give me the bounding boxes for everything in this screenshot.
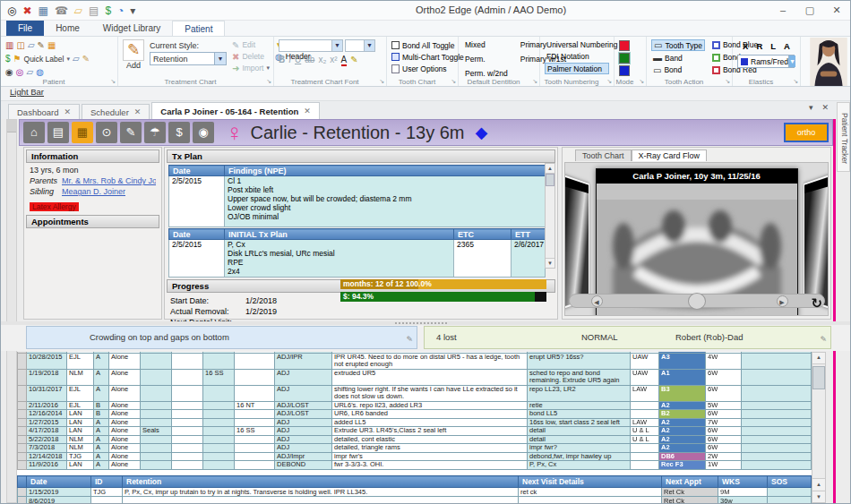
scroll-up-icon[interactable]: ▲ [546,164,554,174]
retention-cell-next_appt[interactable]: Ret Ck [662,497,718,504]
grid-cell-c5[interactable] [141,369,172,385]
grid-cell-date[interactable]: 4/17/2018 [27,427,67,436]
grid-cell-notes[interactable]: fwr 3-3/3-3. OHI. [332,461,528,470]
retention-cell-next_visit[interactable]: ret ck [519,488,662,497]
grid-cell-id[interactable]: LAN [67,427,94,436]
eye-icon[interactable]: ◉ [5,67,13,77]
home-icon[interactable]: ⌂ [23,122,45,143]
grid-cell-date[interactable]: 12/16/2014 [27,410,67,419]
grid-cell-code[interactable]: Rec F3 [659,461,706,470]
print-icon[interactable]: ▤ [89,5,99,16]
grid-cell-c4[interactable]: Alone [109,435,141,444]
grid-cell-aw[interactable] [631,410,659,419]
grid-cell-c8[interactable] [235,410,275,419]
numbering-palmer-notation[interactable]: Palmer Notation [545,63,609,74]
next-card-icon[interactable]: ▶ [777,295,788,307]
grid-cell-next[interactable]: P, Px, Cx [528,461,631,470]
elastics-letter-r[interactable]: R [756,41,762,51]
table-row[interactable]: 5/22/2018NLMAAloneADJdetailed, cont elas… [18,435,812,444]
grid-cell-c8[interactable] [235,461,275,470]
grid-cell-flag[interactable]: A [94,427,109,436]
grid-cell-next[interactable]: repo LL23, LR2 [528,385,631,401]
xray-tab-tooth-chart[interactable]: Tooth Chart [575,149,632,161]
edit-note-icon[interactable]: ✎ [406,329,413,350]
initial-date[interactable]: 2/5/2015 [169,240,225,278]
grid-cell-c5[interactable] [141,435,172,444]
grid-cell-c4[interactable]: Alone [109,385,141,401]
xray-tab-x-ray-card-flow[interactable]: X-Ray Card Flow [632,149,708,161]
grid-cell-code[interactable]: A2 [659,401,706,410]
light-bar[interactable]: Light Bar [1,87,850,101]
grid-cell-next[interactable]: erupt UR5? 16ss? [528,353,631,369]
table-row[interactable]: 10/28/2015EJLAAloneADJ/IPRIPR UR45. Need… [18,353,812,369]
location-pin-icon[interactable]: ⊙ [96,122,117,143]
group-expander-icon[interactable]: ↘ [793,78,798,85]
chevron-down-icon[interactable]: ▼ [331,40,342,51]
grid-cell-aw[interactable]: U & L [631,427,659,436]
grid-cell-proc[interactable]: ADJ [275,369,332,385]
grid-cell-aw[interactable]: UAW [631,369,659,385]
grid-cell-sos[interactable] [742,385,812,401]
grid-cell-proc[interactable]: ADJ [275,444,332,453]
grid-cell-c6[interactable] [172,427,203,436]
grid-cell-c4[interactable]: Alone [109,369,141,385]
initial-plan-text[interactable]: P, Cx Disk LRLc's mesial, URc mesial RPE… [225,240,454,278]
camera-icon[interactable]: ◉ [193,122,214,143]
row-gutter[interactable] [18,497,27,504]
grid-cell-c8[interactable] [235,385,275,401]
dollar-icon[interactable]: $ [105,5,111,16]
scroll-thumb[interactable] [546,174,554,186]
grid-cell-flag[interactable]: A [94,353,109,369]
grid-cell-c7[interactable] [203,444,235,453]
grid-cell-aw[interactable]: LAW [631,385,659,401]
row-gutter[interactable] [18,369,27,385]
grid-cell-c6[interactable] [172,452,203,461]
group-expander-icon[interactable]: ↘ [639,78,644,85]
grid-cell-id[interactable]: LAN [67,410,94,419]
grid-cell-c7[interactable] [203,401,235,410]
grid-cell-c5[interactable] [141,410,172,419]
grid-cell-wks[interactable]: 6W [706,410,742,419]
grid-cell-c6[interactable] [172,401,203,410]
grid-cell-id[interactable]: NLM [67,435,94,444]
retention-cell-next_appt[interactable]: Ret Ck [662,488,718,497]
grid-cell-aw[interactable] [631,401,659,410]
row-gutter[interactable] [18,444,27,453]
strikethrough-button[interactable]: ab [305,55,314,64]
row-gutter[interactable] [18,461,27,470]
grid-cell-next[interactable]: detail [528,435,631,444]
grid-cell-proc[interactable]: ADJ/IPR [275,353,332,369]
grid-cell-wks[interactable]: 1W [706,461,742,470]
grid-cell-code[interactable]: B2 [659,410,706,419]
edit-button[interactable]: ✎Edit [232,39,270,50]
font-family-dropdown[interactable]: ▼ [279,39,343,52]
row-gutter[interactable] [18,353,27,369]
retention-cell-sos[interactable] [768,497,812,504]
record-target-icon[interactable]: ◎ [7,5,16,16]
grid-cell-id[interactable]: TJG [67,452,94,461]
phone-icon[interactable]: ☎ [55,5,68,16]
grid-cell-date[interactable]: 10/28/2015 [27,353,67,369]
findings-date[interactable]: 2/5/2015 [169,176,225,227]
grid-cell-c7[interactable] [203,427,235,436]
mode-color-swatch[interactable] [619,65,630,76]
grid-cell-c8[interactable] [235,444,275,453]
grid-cell-c7[interactable]: 16 SS [203,369,235,385]
grid-cell-notes[interactable]: extruded UR5 [332,369,528,385]
patient-tracker-tab[interactable]: Patient Tracker [837,102,850,172]
grid-cell-c4[interactable]: Alone [109,418,141,427]
initial-tx-plan-table[interactable]: Date INITIAL Tx Plan ETC ETT 2/5/2015 P,… [168,228,546,278]
ett-value[interactable]: 2/6/2017 [511,240,546,278]
grid-cell-date[interactable]: 2/11/2016 [27,401,67,410]
table-row[interactable]: 1/19/2018NLMAAlone16 SSADJextruded UR5sc… [18,369,812,385]
grid-cell-notes[interactable]: added LL5 [332,418,528,427]
grid-cell-c4[interactable]: Alone [109,410,141,419]
quick-label-flag-icon[interactable]: ⚑ [13,54,21,64]
mode-color-swatch[interactable] [619,53,630,64]
xray-card-flow[interactable]: Carla P Joiner, 10y 3m, 11/25/16 [564,162,829,316]
grid-cell-proc[interactable]: ADJ/Impr [275,452,332,461]
qat-dropdown-icon[interactable]: ▾ [130,5,135,16]
grid-cell-c4[interactable]: Alone [109,401,141,410]
rotate-3d-icon[interactable]: ↻ [811,295,822,312]
tab-close-icon[interactable]: ✕ [64,107,71,116]
